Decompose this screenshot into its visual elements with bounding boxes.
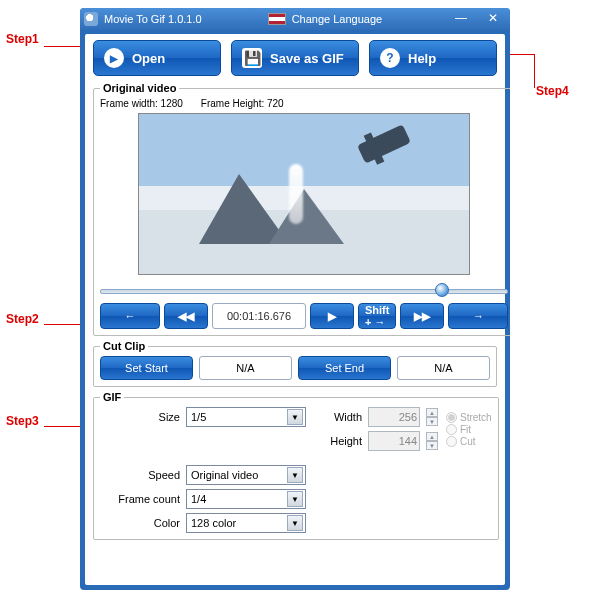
framecount-combo[interactable]: 1/4 ▼ [186,489,306,509]
app-icon [84,12,98,26]
close-button[interactable]: ✕ [480,12,506,26]
video-dimensions: Frame width: 1280 Frame Height: 720 [100,98,508,109]
slider-thumb[interactable] [435,283,449,297]
save-label: Save as GIF [270,51,344,66]
cut-radio[interactable]: Cut [446,436,492,447]
toolbar: Open Save as GIF Help [85,34,505,80]
save-as-gif-button[interactable]: Save as GIF [231,40,359,76]
app-title: Movie To Gif 1.0.1.0 [104,13,202,25]
chevron-down-icon: ▼ [287,491,303,507]
annotation-step2: Step2 [6,312,39,326]
preview-graphic [269,189,344,244]
annotation-step1: Step1 [6,32,39,46]
width-label: Width [312,411,362,423]
color-label: Color [100,517,180,529]
speed-label: Speed [100,469,180,481]
original-video-legend: Original video [100,82,179,94]
color-combo[interactable]: 128 color ▼ [186,513,306,533]
width-value: 256 [368,407,420,427]
end-value: N/A [397,356,490,380]
speed-combo[interactable]: Original video ▼ [186,465,306,485]
annotation-step3: Step3 [6,414,39,428]
size-label: Size [100,411,180,423]
playback-controls: ← ◀◀ 00:01:16.676 ▶ Shift + → ▶▶ → [100,303,508,329]
gif-group: GIF Size 1/5 ▼ Width 256 ▲▼ Stretch Fit … [93,391,499,540]
shift-forward-button[interactable]: Shift + → [358,303,396,329]
minimize-button[interactable]: — [448,12,474,26]
original-video-group: Original video Frame width: 1280 Frame H… [93,82,510,336]
fit-radio[interactable]: Fit [446,424,492,435]
cut-clip-legend: Cut Clip [100,340,148,352]
save-icon [242,48,262,68]
titlebar: Movie To Gif 1.0.1.0 Change Language — ✕ [80,8,510,30]
stretch-radio[interactable]: Stretch [446,412,492,423]
frame-height-label: Frame Height: 720 [201,98,284,109]
annotation-step4: Step4 [536,84,569,98]
seek-back-button[interactable]: ← [100,303,160,329]
height-label: Height [312,435,362,447]
app-window: Movie To Gif 1.0.1.0 Change Language — ✕… [80,8,510,590]
preview-graphic [289,164,303,224]
play-icon [104,48,124,68]
set-start-button[interactable]: Set Start [100,356,193,380]
client-area: Open Save as GIF Help Original video Fra… [85,34,505,585]
chevron-down-icon: ▼ [287,467,303,483]
time-display: 00:01:16.676 [212,303,306,329]
height-value: 144 [368,431,420,451]
framecount-label: Frame count [100,493,180,505]
help-icon [380,48,400,68]
size-combo[interactable]: 1/5 ▼ [186,407,306,427]
open-label: Open [132,51,165,66]
chevron-down-icon: ▼ [287,409,303,425]
flag-icon [268,13,286,25]
start-value: N/A [199,356,292,380]
chevron-down-icon: ▼ [287,515,303,531]
step-back-button[interactable]: ◀◀ [164,303,208,329]
frame-width-label: Frame width: 1280 [100,98,183,109]
width-spinner[interactable]: ▲▼ [426,408,438,426]
help-button[interactable]: Help [369,40,497,76]
cut-clip-group: Cut Clip Set Start N/A Set End N/A [93,340,497,387]
height-spinner[interactable]: ▲▼ [426,432,438,450]
fast-forward-button[interactable]: ▶▶ [400,303,444,329]
annotation-line [534,54,535,88]
video-preview[interactable] [138,113,470,275]
step-forward-button[interactable]: ▶ [310,303,354,329]
seek-slider[interactable] [100,281,508,299]
set-end-button[interactable]: Set End [298,356,391,380]
help-label: Help [408,51,436,66]
preview-graphic [357,124,411,163]
open-button[interactable]: Open [93,40,221,76]
seek-forward-button[interactable]: → [448,303,508,329]
gif-legend: GIF [100,391,124,403]
change-language-link[interactable]: Change Language [292,13,383,25]
